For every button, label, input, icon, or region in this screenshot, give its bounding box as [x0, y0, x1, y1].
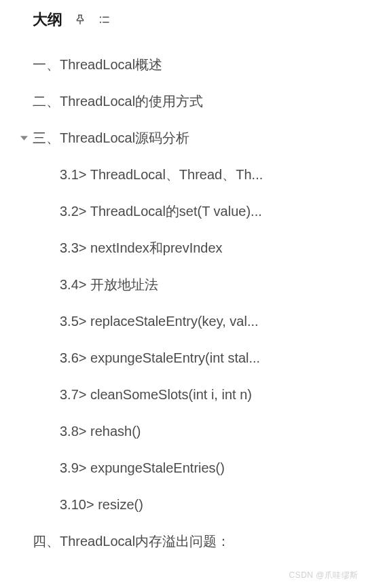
outline-header: 大纲: [0, 0, 368, 39]
outline-item[interactable]: 3.2> ThreadLocal的set(T value)...: [0, 193, 368, 229]
outline-item[interactable]: 3.3> nextIndex和prevIndex: [0, 229, 368, 266]
outline-item[interactable]: 3.9> expungeStaleEntries(): [0, 449, 368, 486]
outline-item[interactable]: 3.8> rehash(): [0, 413, 368, 449]
outline-item-label: 一、ThreadLocal概述: [33, 57, 162, 72]
outline-item-label: 3.7> cleanSomeSlots(int i, int n): [60, 387, 252, 402]
outline-item-label: 三、ThreadLocal源码分析: [33, 130, 189, 145]
outline-item-label: 3.4> 开放地址法: [60, 277, 158, 292]
outline-item-label: 3.10> resize(): [60, 497, 143, 512]
outline-item-label: 3.6> expungeStaleEntry(int stal...: [60, 350, 260, 365]
outline-item[interactable]: 一、ThreadLocal概述: [0, 46, 368, 83]
outline-item-label: 3.8> rehash(): [60, 424, 141, 439]
outline-item[interactable]: 二、ThreadLocal的使用方式: [0, 83, 368, 120]
outline-item-label: 3.9> expungeStaleEntries(): [60, 460, 225, 475]
outline-item-label: 3.3> nextIndex和prevIndex: [60, 240, 223, 255]
outline-item-label: 四、ThreadLocal内存溢出问题：: [33, 534, 230, 549]
outline-item[interactable]: 四、ThreadLocal内存溢出问题：: [0, 523, 368, 559]
outline-item[interactable]: 3.10> resize(): [0, 486, 368, 523]
outline-item-label: 二、ThreadLocal的使用方式: [33, 94, 203, 109]
outline-item-label: 3.2> ThreadLocal的set(T value)...: [60, 204, 262, 219]
watermark: CSDN @爪哇缪斯: [289, 570, 358, 581]
outline-item[interactable]: 3.1> ThreadLocal、Thread、Th...: [0, 156, 368, 193]
chevron-down-icon[interactable]: [19, 133, 29, 143]
outline-item[interactable]: 三、ThreadLocal源码分析: [0, 120, 368, 156]
outline-item[interactable]: 3.7> cleanSomeSlots(int i, int n): [0, 376, 368, 413]
outline-list: 一、ThreadLocal概述 二、ThreadLocal的使用方式 三、Thr…: [0, 39, 368, 559]
outline-title: 大纲: [33, 10, 62, 30]
outline-item[interactable]: 3.5> replaceStaleEntry(key, val...: [0, 303, 368, 339]
outline-item[interactable]: 3.4> 开放地址法: [0, 266, 368, 303]
outline-item-label: 3.5> replaceStaleEntry(key, val...: [60, 314, 259, 329]
outline-item[interactable]: 3.6> expungeStaleEntry(int stal...: [0, 339, 368, 376]
pin-icon[interactable]: [73, 13, 87, 26]
list-icon[interactable]: [98, 13, 111, 26]
outline-item-label: 3.1> ThreadLocal、Thread、Th...: [60, 167, 263, 182]
